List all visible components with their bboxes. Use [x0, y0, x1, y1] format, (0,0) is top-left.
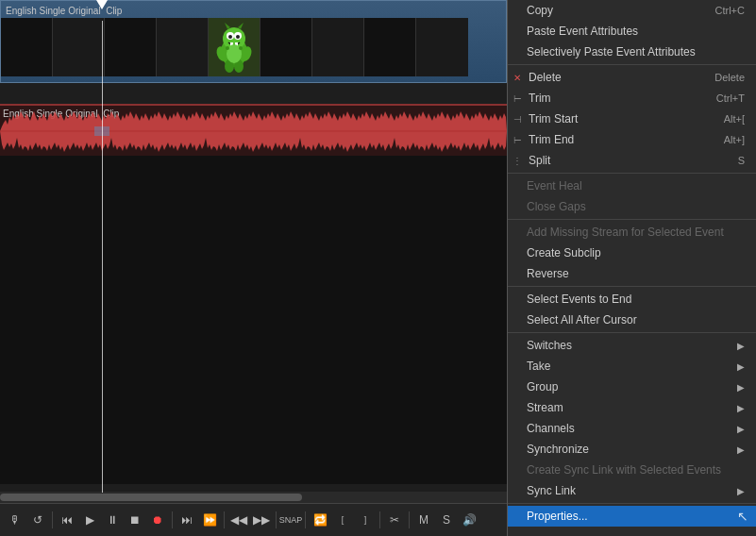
thumb-4 — [157, 18, 209, 76]
video-track-label: English Single Original Clip — [6, 6, 122, 16]
thumb-monster — [209, 18, 260, 76]
pause-button[interactable]: ⏸ — [102, 510, 123, 530]
switches-label: Switches — [527, 339, 733, 352]
menu-item-close-gaps: Close Gaps — [508, 196, 756, 217]
toolbar-sep-1 — [52, 511, 53, 528]
thumb-2 — [53, 18, 105, 76]
menu-item-trim[interactable]: ⊢ Trim Ctrl+T — [508, 88, 756, 109]
channels-label: Channels — [527, 422, 733, 435]
video-track-clip[interactable]: English Single Original Clip — [0, 0, 507, 83]
copy-label: Copy — [527, 4, 697, 17]
menu-item-select-all-after-cursor[interactable]: Select All After Cursor — [508, 310, 756, 330]
split-icon: ⋮ — [512, 155, 523, 166]
menu-item-selective-paste[interactable]: Selectively Paste Event Attributes — [508, 42, 756, 62]
timeline-area: 00:00:00 00:00:02 00:00:04 00:00:06 Engl… — [0, 0, 507, 536]
selective-paste-label: Selectively Paste Event Attributes — [527, 45, 745, 59]
menu-item-paste-attrs[interactable]: Paste Event Attributes — [508, 21, 756, 42]
solo-button[interactable]: S — [436, 510, 457, 530]
svg-point-15 — [226, 46, 229, 50]
play-button[interactable]: ▶ — [79, 510, 100, 530]
split-shortcut: S — [738, 155, 745, 166]
bottom-toolbar: 🎙 ↺ ⏮ ▶ ⏸ ⏹ ⏺ ⏭ ⏩ ◀◀ ▶▶ SNAP 🔁 [ ] ✂ M S… — [0, 503, 507, 536]
loop-region-button[interactable]: 🔁 — [310, 510, 330, 530]
reverse-label: Reverse — [527, 267, 745, 280]
rewind-button[interactable]: ◀◀ — [228, 510, 249, 530]
toolbar-sep-3 — [224, 511, 225, 528]
dark-area — [0, 156, 507, 484]
menu-item-add-missing-stream: Add Missing Stream for Selected Event — [508, 222, 756, 243]
menu-item-create-subclip[interactable]: Create Subclip — [508, 243, 756, 263]
cursor-line — [102, 21, 103, 493]
trim-end-label: Trim End — [529, 133, 705, 146]
sep-4 — [508, 286, 756, 287]
toolbar-sep-2 — [172, 511, 173, 528]
trim-shortcut: Ctrl+T — [716, 92, 745, 104]
stream-label: Stream — [527, 401, 733, 414]
stream-arrow: ▶ — [737, 403, 745, 413]
sep-1 — [508, 64, 756, 65]
waveform-display: // Generate random-ish waveform using de… — [0, 106, 507, 158]
mark-out-button[interactable]: ] — [355, 510, 376, 530]
volume-button[interactable]: 🔊 — [459, 510, 479, 530]
menu-item-trim-end[interactable]: ⊢ Trim End Alt+] — [508, 129, 756, 150]
menu-item-select-events-to-end[interactable]: Select Events to End — [508, 289, 756, 310]
delete-sel-button[interactable]: ✂ — [384, 510, 405, 530]
menu-item-delete[interactable]: ✕ Delete Delete — [508, 67, 756, 88]
event-heal-label: Event Heal — [527, 179, 745, 193]
skip-fwd-button[interactable]: ⏩ — [199, 510, 220, 530]
menu-item-synchronize[interactable]: Synchronize ▶ — [508, 439, 756, 460]
trim-start-shortcut: Alt+[ — [724, 113, 745, 125]
copy-shortcut: Ctrl+C — [715, 5, 745, 16]
menu-item-stream[interactable]: Stream ▶ — [508, 397, 756, 418]
svg-point-4 — [228, 35, 232, 39]
delete-shortcut: Delete — [714, 72, 745, 83]
menu-item-sync-link[interactable]: Sync Link ▶ — [508, 480, 756, 501]
scrollbar-thumb[interactable] — [0, 494, 302, 501]
timeline-scrollbar[interactable] — [0, 492, 507, 503]
sync-link-label: Sync Link — [527, 484, 733, 497]
thumb-3 — [105, 18, 157, 76]
mute-button[interactable]: M — [413, 510, 434, 530]
channels-arrow: ▶ — [737, 424, 745, 434]
mark-in-button[interactable]: [ — [332, 510, 353, 530]
menu-item-copy[interactable]: Copy Ctrl+C — [508, 0, 756, 21]
menu-item-channels[interactable]: Channels ▶ — [508, 418, 756, 439]
toolbar-sep-5 — [305, 511, 306, 528]
menu-item-event-heal: Event Heal — [508, 176, 756, 196]
menu-item-switches[interactable]: Switches ▶ — [508, 335, 756, 356]
record-button[interactable]: ⏺ — [147, 510, 168, 530]
delete-label: Delete — [529, 71, 696, 84]
stop-button[interactable]: ⏹ — [125, 510, 145, 530]
trim-end-shortcut: Alt+] — [724, 134, 745, 145]
svg-marker-8 — [225, 23, 230, 29]
take-arrow: ▶ — [737, 361, 745, 372]
audio-track-clip[interactable]: English Single Original Clip // Generate… — [0, 104, 507, 156]
close-gaps-label: Close Gaps — [527, 200, 745, 213]
play-start-button[interactable]: ⏮ — [57, 510, 77, 530]
trim-icon: ⊢ — [512, 92, 523, 104]
ffwd-button[interactable]: ▶▶ — [251, 510, 272, 530]
cursor-indicator: ↖ — [737, 509, 748, 524]
mic-button[interactable]: 🎙 — [5, 510, 25, 530]
monster-icon — [214, 22, 254, 74]
synchronize-label: Synchronize — [527, 443, 733, 456]
menu-item-take[interactable]: Take ▶ — [508, 356, 756, 377]
sync-link-arrow: ▶ — [737, 486, 745, 496]
group-arrow: ▶ — [737, 382, 745, 393]
toolbar-sep-7 — [409, 511, 410, 528]
menu-item-reverse[interactable]: Reverse — [508, 263, 756, 284]
synchronize-arrow: ▶ — [737, 444, 745, 455]
add-missing-stream-label: Add Missing Stream for Selected Event — [527, 226, 745, 239]
paste-attrs-label: Paste Event Attributes — [527, 25, 745, 38]
sep-2 — [508, 173, 756, 174]
take-label: Take — [527, 360, 733, 373]
snap-button[interactable]: SNAP — [280, 510, 301, 530]
menu-item-properties[interactable]: Properties... ↖ — [508, 506, 756, 527]
menu-item-split[interactable]: ⋮ Split S — [508, 150, 756, 171]
sep-3 — [508, 219, 756, 220]
menu-item-trim-start[interactable]: ⊣ Trim Start Alt+[ — [508, 109, 756, 129]
skip-back-button[interactable]: ⏭ — [176, 510, 197, 530]
menu-item-group[interactable]: Group ▶ — [508, 377, 756, 397]
loop-button[interactable]: ↺ — [27, 510, 48, 530]
toolbar-sep-6 — [379, 511, 380, 528]
